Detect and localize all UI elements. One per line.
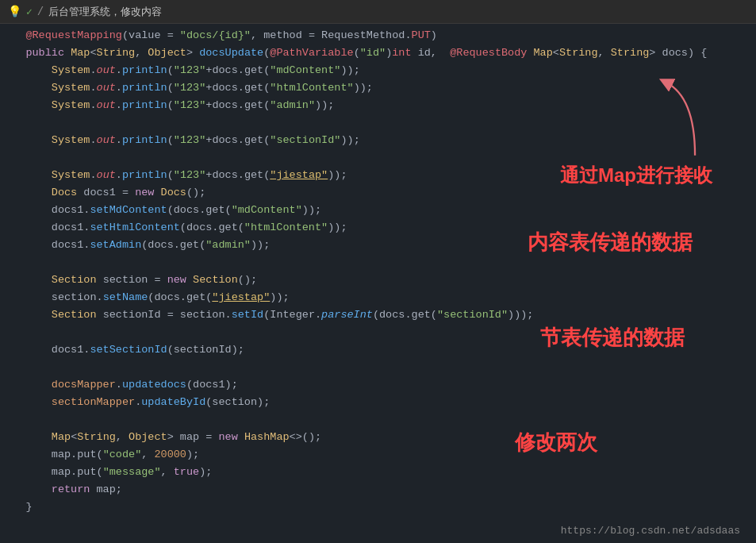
- annotation-modify: 修改两次: [515, 429, 597, 456]
- line-content: Section section = new Section();: [0, 272, 756, 289]
- line-content: public Map<String, Object> docsUpdate(@P…: [0, 44, 756, 62]
- code-line: [0, 359, 756, 376]
- code-line: Section sectionId = section.setId(Intege…: [0, 306, 756, 324]
- bottom-url: https://blog.csdn.net/adsdaas: [561, 525, 740, 537]
- code-line: System.out.println("123"+docs.get("admin…: [0, 97, 756, 114]
- line-content: System.out.println("123"+docs.get("htmlC…: [0, 79, 756, 97]
- line-content: docs1.setMdContent(docs.get("mdContent")…: [0, 202, 756, 219]
- code-line: public Map<String, Object> docsUpdate(@P…: [0, 44, 756, 62]
- code-line: System.out.println("123"+docs.get("htmlC…: [0, 79, 756, 97]
- breadcrumb: 后台管理系统，修改内容: [48, 5, 162, 19]
- bulb-icon: 💡: [8, 5, 21, 18]
- line-content: section.setName(docs.get("jiestap"));: [0, 289, 756, 306]
- slash: /: [37, 6, 44, 18]
- line-content: sectionMapper.updateById(section);: [0, 394, 756, 411]
- line-content: System.out.println("123"+docs.get("secti…: [0, 132, 756, 149]
- code-line: Map<String, Object> map = new HashMap<>(…: [0, 429, 756, 446]
- code-line: docs1.setMdContent(docs.get("mdContent")…: [0, 202, 756, 219]
- code-line: return map;: [0, 481, 756, 499]
- line-content: map.put("code", 20000);: [0, 446, 756, 464]
- code-line: section.setName(docs.get("jiestap"));: [0, 289, 756, 306]
- line-content: System.out.println("123"+docs.get("mdCon…: [0, 62, 756, 79]
- top-bar: 💡 ✓ / 后台管理系统，修改内容: [0, 0, 756, 24]
- code-line: docsMapper.updatedocs(docs1);: [0, 376, 756, 394]
- code-line: [0, 411, 756, 429]
- annotation-content: 内容表传递的数据: [528, 229, 693, 256]
- line-content: System.out.println("123"+docs.get("admin…: [0, 97, 756, 114]
- line-content: Section sectionId = section.setId(Intege…: [0, 306, 756, 324]
- code-line: map.put("code", 20000);: [0, 446, 756, 464]
- code-line: }: [0, 499, 756, 516]
- line-content: map.put("message", true);: [0, 464, 756, 481]
- code-line: sectionMapper.updateById(section);: [0, 394, 756, 411]
- code-line: Section section = new Section();: [0, 272, 756, 289]
- line-content: return map;: [0, 481, 756, 499]
- line-content: }: [0, 499, 756, 516]
- arrow-annotation-svg: [645, 67, 708, 163]
- code-area: @RequestMapping(value = "docs/{id}", met…: [0, 24, 756, 543]
- annotation-section: 节表传递的数据: [540, 324, 685, 352]
- line-content: docsMapper.updatedocs(docs1);: [0, 376, 756, 394]
- check-icon: ✓: [26, 6, 33, 18]
- code-line: System.out.println("123"+docs.get("mdCon…: [0, 62, 756, 79]
- line-content: @RequestMapping(value = "docs/{id}", met…: [0, 27, 756, 44]
- code-line: @RequestMapping(value = "docs/{id}", met…: [0, 27, 756, 44]
- code-line: map.put("message", true);: [0, 464, 756, 481]
- annotation-map: 通过Map进行接收: [560, 163, 712, 188]
- code-line: [0, 114, 756, 132]
- line-content: Map<String, Object> map = new HashMap<>(…: [0, 429, 756, 446]
- code-line: [0, 254, 756, 272]
- code-line: System.out.println("123"+docs.get("secti…: [0, 132, 756, 149]
